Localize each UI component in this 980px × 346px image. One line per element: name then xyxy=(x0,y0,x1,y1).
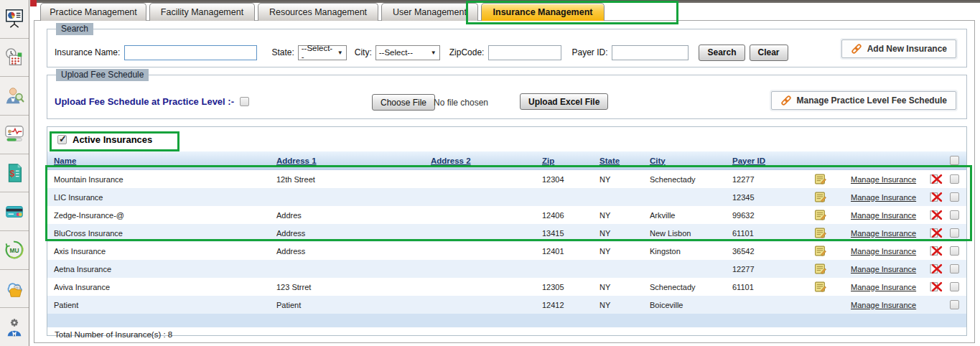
tab-facility-management[interactable]: Facility Management xyxy=(149,3,255,21)
cell-name: Mountain Insurance xyxy=(54,175,276,184)
active-insurances-label: Active Insurances xyxy=(73,134,152,145)
table-row[interactable]: Aetna Insurance 12277 Manage Insurance xyxy=(47,260,966,278)
manage-insurance-link[interactable]: Manage Insurance xyxy=(851,247,916,256)
manage-insurance-link[interactable]: Manage Insurance xyxy=(851,229,916,238)
column-header-state[interactable]: State xyxy=(599,156,650,165)
cell-state: NY xyxy=(599,211,650,220)
delete-icon[interactable] xyxy=(930,263,943,274)
tab-resources-management[interactable]: Resources Management xyxy=(258,3,378,21)
manage-practice-fee-schedule-button[interactable]: Manage Practice Level Fee Schedule xyxy=(771,91,956,110)
header-red-accent xyxy=(30,0,37,6)
practice-level-checkbox[interactable] xyxy=(240,97,249,106)
cell-zip: 12304 xyxy=(542,175,599,184)
table-row[interactable]: BluCross Insurance Address 13415 NY New … xyxy=(47,224,966,242)
manage-insurance-link[interactable]: Manage Insurance xyxy=(851,211,916,220)
column-header-zip[interactable]: Zip xyxy=(542,156,599,165)
cell-city: Arkville xyxy=(650,211,732,220)
sidebar-item-billing[interactable]: $ xyxy=(0,154,29,193)
city-label: City: xyxy=(355,47,372,57)
cell-state: NY xyxy=(599,247,650,256)
search-button[interactable]: Search xyxy=(699,45,745,61)
table-row[interactable]: Patient Patient 12412 NY Boiceville Mana… xyxy=(47,296,966,314)
calendar-clock-icon xyxy=(4,47,25,68)
choose-file-button[interactable]: Choose File xyxy=(372,94,435,111)
fee-schedule-icon[interactable] xyxy=(814,209,826,221)
column-header-city[interactable]: City xyxy=(650,156,732,165)
cell-address1: 123 Strret xyxy=(276,283,431,291)
select-all-checkbox[interactable] xyxy=(950,156,959,165)
manage-insurance-link[interactable]: Manage Insurance xyxy=(851,283,916,291)
add-new-insurance-label: Add New Insurance xyxy=(867,44,947,54)
delete-icon[interactable] xyxy=(930,192,943,202)
svg-text:MU: MU xyxy=(9,247,19,254)
fee-schedule-icon[interactable] xyxy=(814,173,826,185)
table-row[interactable]: Zedge-Insurance-@ Addres 12406 NY Arkvil… xyxy=(47,206,966,224)
chain-link-icon xyxy=(851,43,862,55)
row-checkbox[interactable] xyxy=(950,210,959,220)
chevron-down-icon: ▼ xyxy=(431,50,437,56)
row-checkbox[interactable] xyxy=(950,300,959,309)
sidebar-item-patient-search[interactable] xyxy=(0,77,29,116)
tab-practice-management[interactable]: Practice Management xyxy=(40,3,146,21)
sidebar-item-admin-settings[interactable] xyxy=(0,308,29,346)
manage-insurance-link[interactable]: Manage Insurance xyxy=(851,175,916,184)
sidebar-item-reports-dashboard[interactable] xyxy=(0,0,29,39)
row-checkbox[interactable] xyxy=(950,282,959,291)
delete-icon[interactable] xyxy=(930,228,943,238)
cell-address1: Address xyxy=(276,247,431,256)
insurance-management-page: $ MU xyxy=(0,0,980,346)
sidebar-item-payments[interactable] xyxy=(0,192,29,231)
delete-icon[interactable] xyxy=(930,174,943,184)
cell-payer-id: 12277 xyxy=(732,265,810,273)
fee-schedule-icon[interactable] xyxy=(814,263,826,275)
zipcode-input[interactable] xyxy=(488,45,561,60)
upload-excel-file-button[interactable]: Upload Excel File xyxy=(520,93,608,110)
payer-id-input[interactable] xyxy=(612,45,689,60)
manage-insurance-link[interactable]: Manage Insurance xyxy=(851,301,916,309)
state-select[interactable]: --Select--▼ xyxy=(298,45,347,60)
manage-insurance-link[interactable]: Manage Insurance xyxy=(851,265,916,273)
cell-payer-id: 12345 xyxy=(732,193,810,202)
tab-insurance-management[interactable]: Insurance Management xyxy=(481,3,605,21)
sidebar-item-scheduler[interactable] xyxy=(0,39,29,78)
delete-icon[interactable] xyxy=(930,281,943,292)
fee-schedule-icon[interactable] xyxy=(814,245,826,257)
cell-address1: Address xyxy=(276,229,431,238)
credit-card-icon xyxy=(4,201,25,223)
add-new-insurance-button[interactable]: Add New Insurance xyxy=(841,39,956,58)
table-row[interactable]: LIC Insurance 12345 Manage Insurance xyxy=(47,188,966,206)
table-row[interactable]: Aviva Insurance 123 Strret 12305 NY Sche… xyxy=(47,278,966,296)
table-row[interactable]: Axis Insurance Address 12401 NY Kingston… xyxy=(47,242,966,260)
fee-schedule-icon[interactable] xyxy=(814,281,826,293)
cell-state: NY xyxy=(599,229,650,238)
table-row[interactable]: Mountain Insurance 12th Street 12304 NY … xyxy=(47,170,966,188)
column-header-address2[interactable]: Address 2 xyxy=(431,156,542,165)
vitals-monitor-icon xyxy=(4,123,25,145)
fee-schedule-icon[interactable] xyxy=(814,227,826,239)
delete-icon[interactable] xyxy=(930,246,943,256)
active-insurances-checkbox[interactable] xyxy=(57,135,67,144)
row-checkbox[interactable] xyxy=(950,264,959,273)
fee-schedule-icon[interactable] xyxy=(814,191,826,203)
city-select[interactable]: --Select--▼ xyxy=(375,45,440,60)
column-header-address1[interactable]: Address 1 xyxy=(276,156,431,165)
sidebar-item-meaningful-use[interactable]: MU xyxy=(0,231,29,270)
cell-city: Kingston xyxy=(650,247,732,256)
column-header-name[interactable]: Name xyxy=(54,156,276,165)
row-checkbox[interactable] xyxy=(950,192,959,202)
sidebar-item-patient-vitals[interactable] xyxy=(0,116,29,154)
row-checkbox[interactable] xyxy=(950,174,959,184)
tab-user-management[interactable]: User Management xyxy=(381,3,478,21)
cell-name: Zedge-Insurance-@ xyxy=(54,211,276,220)
delete-icon[interactable] xyxy=(930,210,943,220)
upload-fee-schedule-section: Upload Fee Schedule Upload Fee Schedule … xyxy=(47,75,967,119)
cell-payer-id: 61101 xyxy=(732,283,810,291)
cell-zip: 13415 xyxy=(542,229,599,238)
sidebar-item-cloud-documents[interactable] xyxy=(0,270,29,309)
clear-button[interactable]: Clear xyxy=(750,45,788,61)
manage-insurance-link[interactable]: Manage Insurance xyxy=(851,193,916,202)
row-checkbox[interactable] xyxy=(950,246,959,256)
insurance-name-input[interactable] xyxy=(124,45,257,60)
row-checkbox[interactable] xyxy=(950,228,959,238)
column-header-payer-id[interactable]: Payer ID xyxy=(732,156,810,165)
